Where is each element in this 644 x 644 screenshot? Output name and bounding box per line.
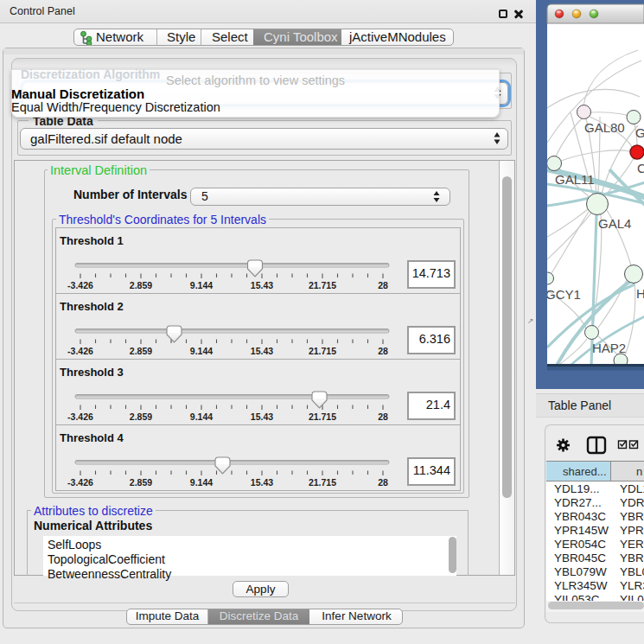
svg-text:9.144: 9.144	[190, 346, 213, 356]
svg-text:9.144: 9.144	[190, 477, 213, 488]
svg-text:28: 28	[378, 411, 388, 422]
svg-text:15.43: 15.43	[251, 411, 273, 422]
svg-text:CY: CY	[637, 161, 644, 175]
svg-text:28: 28	[378, 477, 388, 488]
svg-text:HAP2: HAP2	[592, 341, 626, 355]
svg-text:15.43: 15.43	[251, 346, 273, 356]
svg-text:2.859: 2.859	[130, 346, 152, 356]
svg-text:9.144: 9.144	[190, 411, 213, 422]
svg-text:-3.426: -3.426	[67, 280, 93, 290]
svg-text:15.43: 15.43	[251, 477, 273, 488]
svg-text:21.715: 21.715	[309, 411, 336, 422]
svg-text:-3.426: -3.426	[67, 411, 93, 422]
svg-text:GCY1: GCY1	[545, 287, 581, 302]
svg-text:21.715: 21.715	[309, 346, 336, 356]
svg-text:9.144: 9.144	[190, 280, 213, 290]
svg-text:15.43: 15.43	[251, 280, 273, 290]
svg-text:2.859: 2.859	[130, 411, 152, 422]
svg-text:28: 28	[378, 280, 388, 290]
svg-text:-3.426: -3.426	[67, 346, 93, 356]
svg-text:GAL4: GAL4	[598, 216, 631, 231]
svg-text:21.715: 21.715	[309, 477, 336, 488]
svg-text:2.859: 2.859	[130, 280, 152, 290]
svg-text:28: 28	[378, 346, 388, 356]
svg-text:GAL11: GAL11	[555, 172, 595, 187]
svg-text:-3.426: -3.426	[67, 477, 93, 488]
svg-text:GA: GA	[635, 125, 644, 140]
svg-text:2.859: 2.859	[130, 477, 152, 488]
svg-text:H: H	[636, 286, 644, 301]
svg-text:21.715: 21.715	[309, 280, 336, 290]
svg-text:GAL80: GAL80	[584, 120, 625, 135]
